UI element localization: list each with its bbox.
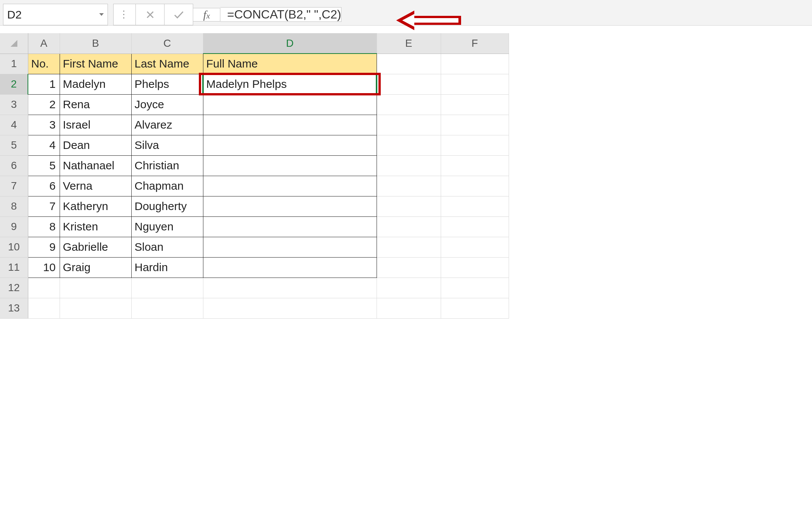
cell-D12[interactable] <box>203 278 377 298</box>
cell-F6[interactable] <box>441 155 509 176</box>
cell-A13[interactable] <box>28 298 60 318</box>
col-header-F[interactable]: F <box>441 33 509 54</box>
cell-C13[interactable] <box>131 298 203 318</box>
cell-B10[interactable]: Gabrielle <box>60 237 131 257</box>
cell-B8[interactable]: Katheryn <box>60 196 131 216</box>
cell-E2[interactable] <box>377 74 441 94</box>
cell-E4[interactable] <box>377 115 441 135</box>
cell-E8[interactable] <box>377 196 441 216</box>
cell-D11[interactable] <box>203 257 377 278</box>
cell-B6[interactable]: Nathanael <box>60 155 131 176</box>
cell-E5[interactable] <box>377 135 441 155</box>
row-header-10[interactable]: 10 <box>0 237 28 257</box>
cell-A8[interactable]: 7 <box>28 196 60 216</box>
col-header-A[interactable]: A <box>28 33 60 54</box>
cell-C7[interactable]: Chapman <box>131 176 203 196</box>
cell-F4[interactable] <box>441 115 509 135</box>
cell-A4[interactable]: 3 <box>28 115 60 135</box>
cell-D2[interactable]: Madelyn Phelps <box>203 74 377 94</box>
cell-F13[interactable] <box>441 298 509 318</box>
cell-E12[interactable] <box>377 278 441 298</box>
cell-A11[interactable]: 10 <box>28 257 60 278</box>
col-header-B[interactable]: B <box>60 33 131 54</box>
cell-F11[interactable] <box>441 257 509 278</box>
cell-E6[interactable] <box>377 155 441 176</box>
row-header-8[interactable]: 8 <box>0 196 28 216</box>
cell-F8[interactable] <box>441 196 509 216</box>
cell-A3[interactable]: 2 <box>28 94 60 115</box>
cell-E7[interactable] <box>377 176 441 196</box>
cell-D13[interactable] <box>203 298 377 318</box>
cell-C12[interactable] <box>131 278 203 298</box>
cell-B2[interactable]: Madelyn <box>60 74 131 94</box>
cell-B9[interactable]: Kristen <box>60 216 131 237</box>
cell-E13[interactable] <box>377 298 441 318</box>
cell-A7[interactable]: 6 <box>28 176 60 196</box>
cell-E9[interactable] <box>377 216 441 237</box>
row-header-6[interactable]: 6 <box>0 155 28 176</box>
cell-D5[interactable] <box>203 135 377 155</box>
row-header-3[interactable]: 3 <box>0 94 28 115</box>
row-header-5[interactable]: 5 <box>0 135 28 155</box>
cell-A1[interactable]: No. <box>28 54 60 74</box>
row-header-9[interactable]: 9 <box>0 216 28 237</box>
cell-F10[interactable] <box>441 237 509 257</box>
cell-A2[interactable]: 1 <box>28 74 60 94</box>
cell-D4[interactable] <box>203 115 377 135</box>
cell-C3[interactable]: Joyce <box>131 94 203 115</box>
row-header-1[interactable]: 1 <box>0 54 28 74</box>
cancel-button[interactable] <box>136 4 165 25</box>
select-all-corner[interactable] <box>0 33 28 54</box>
cell-C8[interactable]: Dougherty <box>131 196 203 216</box>
cell-E10[interactable] <box>377 237 441 257</box>
cell-B4[interactable]: Israel <box>60 115 131 135</box>
name-box[interactable]: D2 <box>3 4 108 25</box>
row-header-11[interactable]: 11 <box>0 257 28 278</box>
formula-input[interactable]: =CONCAT(B2," ",C2) <box>220 7 341 22</box>
cell-A9[interactable]: 8 <box>28 216 60 237</box>
cell-C2[interactable]: Phelps <box>131 74 203 94</box>
row-header-7[interactable]: 7 <box>0 176 28 196</box>
cell-D9[interactable] <box>203 216 377 237</box>
spreadsheet-grid[interactable]: A B C D E F 1 No. First Name Last Name F… <box>0 33 812 319</box>
cell-E1[interactable] <box>377 54 441 74</box>
col-header-C[interactable]: C <box>131 33 203 54</box>
cell-A5[interactable]: 4 <box>28 135 60 155</box>
fx-label[interactable]: fx <box>193 8 220 21</box>
cell-B12[interactable] <box>60 278 131 298</box>
cell-D7[interactable] <box>203 176 377 196</box>
cell-C4[interactable]: Alvarez <box>131 115 203 135</box>
cell-D6[interactable] <box>203 155 377 176</box>
cell-C9[interactable]: Nguyen <box>131 216 203 237</box>
cell-F7[interactable] <box>441 176 509 196</box>
row-header-4[interactable]: 4 <box>0 115 28 135</box>
cell-B1[interactable]: First Name <box>60 54 131 74</box>
col-header-D[interactable]: D <box>203 33 377 54</box>
cell-B13[interactable] <box>60 298 131 318</box>
dropdown-icon[interactable] <box>99 13 104 16</box>
cell-D3[interactable] <box>203 94 377 115</box>
cell-C6[interactable]: Christian <box>131 155 203 176</box>
cell-D10[interactable] <box>203 237 377 257</box>
cell-F1[interactable] <box>441 54 509 74</box>
more-button[interactable]: ⋮ <box>113 4 136 25</box>
row-header-2[interactable]: 2 <box>0 74 28 94</box>
cell-F3[interactable] <box>441 94 509 115</box>
cell-F12[interactable] <box>441 278 509 298</box>
cell-E11[interactable] <box>377 257 441 278</box>
row-header-13[interactable]: 13 <box>0 298 28 318</box>
cell-B7[interactable]: Verna <box>60 176 131 196</box>
cell-A6[interactable]: 5 <box>28 155 60 176</box>
cell-F2[interactable] <box>441 74 509 94</box>
cell-D1[interactable]: Full Name <box>203 54 377 74</box>
cell-C5[interactable]: Silva <box>131 135 203 155</box>
cell-C1[interactable]: Last Name <box>131 54 203 74</box>
cell-A12[interactable] <box>28 278 60 298</box>
cell-B3[interactable]: Rena <box>60 94 131 115</box>
cell-D8[interactable] <box>203 196 377 216</box>
enter-button[interactable] <box>165 4 193 25</box>
cell-F9[interactable] <box>441 216 509 237</box>
col-header-E[interactable]: E <box>377 33 441 54</box>
cell-A10[interactable]: 9 <box>28 237 60 257</box>
cell-B5[interactable]: Dean <box>60 135 131 155</box>
